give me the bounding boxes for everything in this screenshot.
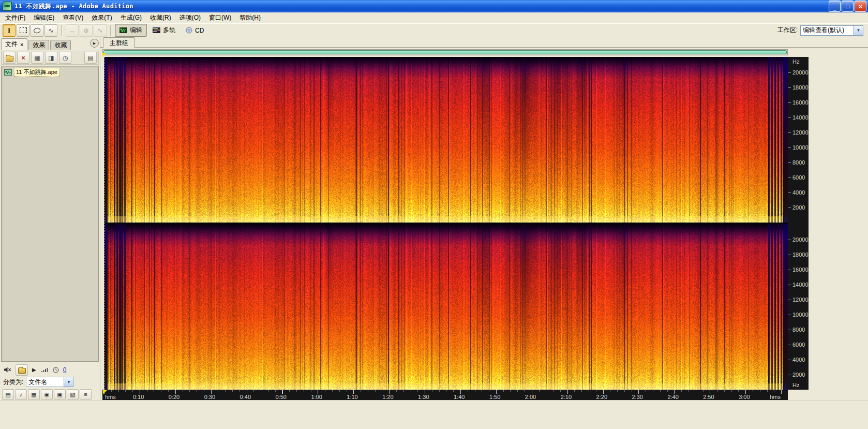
spectral-display[interactable] [104,57,788,390]
file-filter-button[interactable]: ◉ [41,389,53,400]
time-tick-label: 1:20 [382,394,393,400]
workspace-label: 工作区: [777,26,798,35]
sort-row: 分类为: 文件名 ▼ [1,376,99,388]
selection-start-marker[interactable] [102,53,107,57]
scrub-icon: ∿ [48,27,53,34]
menu-item[interactable]: 选项(O) [175,12,205,24]
panel-tabs: 文件 × 效果 收藏 ▶ [1,38,99,50]
follow-session-button[interactable] [16,364,28,376]
minimize-button[interactable]: _ [829,1,841,12]
close-file-button[interactable]: × [17,52,29,64]
freq-tick-label: 10000 [792,145,809,151]
frequency-ruler-right-channel: 2000018000160001400012000100008000600040… [788,224,809,390]
edit-view-label: 编辑 [130,26,142,35]
marquee-icon [20,27,27,33]
advanced-options-button[interactable]: ▤ [84,52,97,64]
close-icon: × [859,3,863,10]
maximize-icon: □ [846,3,849,9]
file-filter-button[interactable]: ▣ [54,389,66,400]
menu-item[interactable]: 窗口(W) [205,12,235,24]
time-tick-label: 1:50 [489,394,500,400]
time-tick-label: 1:10 [347,394,357,400]
right-channel-spectrogram[interactable] [104,224,788,390]
menu-item[interactable]: 帮助(H) [235,12,265,24]
menu-item[interactable]: 查看(V) [58,12,87,24]
tab-effects[interactable]: 效果 [28,40,49,50]
move-tool-button[interactable]: ↔ [66,24,79,37]
file-filter-button[interactable]: ▤ [2,389,14,400]
file-list-item[interactable]: 11 不如跳舞.ape [2,66,98,78]
scrub-tool-2-button[interactable]: ∿ [94,24,107,37]
move-tool-icon: ↔ [69,27,76,34]
main-group-tab[interactable]: 主群组 [103,37,135,48]
time-tick-label: 2:40 [667,394,678,400]
edit-view-button[interactable]: 编辑 [115,24,147,37]
status-bar [0,401,868,429]
freq-tick-label: 2000 [792,205,805,211]
freq-tick-label: 6000 [792,175,805,181]
insert-into-multitrack-button[interactable]: ▦ [31,52,43,64]
volume-icon[interactable] [40,367,49,373]
maximize-button[interactable]: □ [842,1,854,12]
cd-view-label: CD [195,27,204,34]
timeline-ruler[interactable]: hms 0:100:200:300:400:501:001:101:201:30… [102,390,788,401]
menu-item[interactable]: 编辑(E) [29,12,58,24]
workspace-select[interactable]: 编辑查看(默认) ▼ [800,25,863,36]
advanced-options-icon: ▤ [87,55,93,61]
menu-item[interactable]: 效果(T) [87,12,116,24]
freq-tick-label: 4000 [792,357,805,363]
audio-file-icon [4,69,12,76]
multitrack-view-button[interactable]: 多轨 [148,24,180,37]
dropdown-arrow-icon[interactable]: ▼ [854,26,863,35]
frequency-ruler-left-channel: Hz 2000018000160001400012000100008000600… [788,57,809,223]
loop-clock-icon[interactable] [53,367,59,373]
menu-item[interactable]: 生成(G) [116,12,146,24]
freq-tick-label: 8000 [792,327,805,333]
frequency-ruler[interactable]: Hz 2000018000160001400012000100008000600… [788,57,809,390]
tab-close-icon[interactable]: × [20,41,23,48]
multitrack-view-icon [153,27,160,33]
preview-duration-link[interactable]: 0 [63,366,67,374]
menu-item[interactable]: 文件(F) [1,12,29,24]
hybrid-tool-button[interactable]: ⊕ [80,24,93,37]
autoplay-toggle-button[interactable]: ◷ [59,52,71,64]
file-filter-button[interactable]: ▦ [28,389,40,400]
tab-files[interactable]: 文件 × [1,38,27,50]
file-filter-button[interactable]: ♪ [15,389,27,400]
file-filter-button[interactable]: ▧ [67,389,79,400]
insert-multitrack-icon: ▦ [34,55,40,61]
time-unit-label: hms [770,394,781,400]
freq-tick-label: 18000 [792,252,809,258]
horizontal-range-bar[interactable] [102,49,788,55]
tab-separator-line [100,47,868,48]
time-tick-label: 2:20 [596,394,607,400]
marquee-selection-tool-button[interactable] [17,24,29,37]
panel-menu-arrow-icon[interactable]: ▶ [90,39,99,48]
import-file-button[interactable] [3,52,16,64]
close-button[interactable]: × [855,1,866,12]
time-unit-label: hms [105,394,116,400]
sort-select[interactable]: 文件名 ▼ [26,377,73,387]
hybrid-tool-icon: ⊕ [83,27,88,34]
tab-favorites[interactable]: 收藏 [50,40,71,50]
file-list[interactable]: 11 不如跳舞.ape [1,66,99,362]
time-selection-tool-button[interactable]: I [3,24,16,37]
titlebar[interactable]: 11 不如跳舞.ape - Adobe Audition _ □ × [0,0,868,12]
lasso-selection-tool-button[interactable] [31,24,43,37]
freq-tick-label: 2000 [792,372,805,378]
scrub-tool-button[interactable]: ∿ [44,24,57,37]
mute-speaker-icon[interactable] [4,367,11,373]
freq-tick-label: 16000 [792,267,809,273]
timeline-selection-marker[interactable] [103,390,107,394]
menu-item[interactable]: 收藏(R) [146,12,175,24]
time-tick-label: 3:00 [739,394,750,400]
preview-play-button[interactable]: ▶ [32,367,36,373]
range-bar-thumb[interactable] [103,50,787,54]
file-filter-button[interactable]: ≡ [80,389,92,400]
dropdown-arrow-icon[interactable]: ▼ [64,377,73,387]
cd-view-button[interactable]: CD [181,24,208,37]
scrub-tool-2-icon: ∿ [97,27,102,34]
left-channel-spectrogram[interactable] [104,57,788,223]
insert-into-cd-button[interactable]: ◨ [45,52,57,64]
playhead-cursor[interactable] [104,57,104,390]
